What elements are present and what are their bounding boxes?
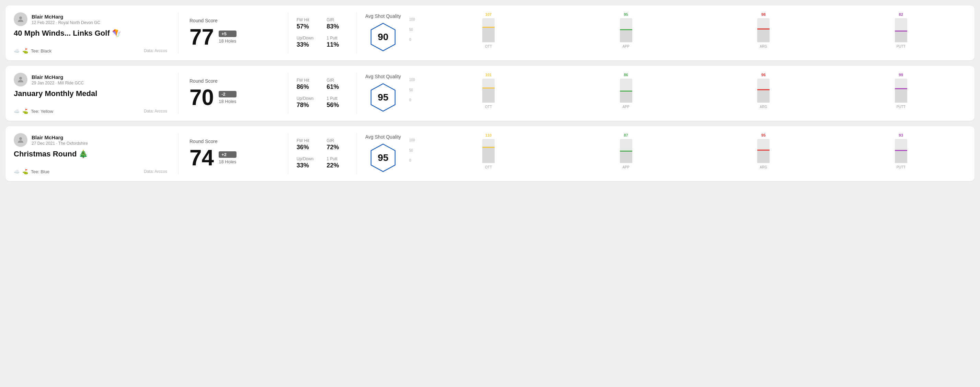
oneputt-value-2: 56% [327, 102, 349, 109]
bar-fill [757, 89, 770, 103]
avatar-1 [14, 12, 27, 26]
player-name-3: Blair McHarg [32, 135, 88, 140]
stat-group-top-1: FW Hit 57% GIR 83% [297, 17, 348, 30]
stat-group-top-2: FW Hit 86% GIR 61% [297, 78, 348, 90]
card-middle-1: Round Score 77 +5 18 Holes [178, 12, 288, 54]
y-axis-3: 100500 [409, 138, 416, 162]
bar-marker [482, 27, 495, 28]
oneputt-stat-1: 1 Putt 11% [327, 36, 349, 48]
round-title-3: Christmas Round 🎄 [14, 149, 167, 159]
updown-value-2: 78% [297, 102, 318, 109]
card-footer-1: ☁️ ⛳ Tee: Black Data: Arccos [14, 48, 167, 54]
oneputt-value-1: 11% [327, 41, 349, 48]
score-number-2: 70 [189, 86, 214, 108]
bar-x-label: PUTT [897, 105, 905, 109]
score-details-2: -2 18 Holes [219, 91, 236, 104]
tee-info-3: ☁️ ⛳ Tee: Blue [14, 169, 49, 174]
round-card-1[interactable]: Blair McHarg 12 Feb 2022 · Royal North D… [5, 5, 975, 60]
bar-x-label: OTT [485, 105, 492, 109]
bar-marker [757, 89, 770, 90]
weather-icon-3: ☁️ [14, 169, 19, 174]
y-axis-label: 0 [409, 159, 415, 162]
oneputt-stat-3: 1 Putt 22% [327, 157, 349, 169]
bar-wrapper [620, 79, 632, 103]
y-axis-1: 100500 [409, 17, 416, 41]
gir-value-1: 83% [327, 23, 349, 30]
avg-shot-section-3: Avg Shot Quality 95 [365, 134, 401, 173]
y-axis-label: 50 [409, 28, 415, 32]
player-date-course-2: 29 Jan 2022 · Mill Ride GCC [32, 81, 84, 86]
bar-fill [895, 88, 907, 103]
bar-top-label: 99 [899, 73, 903, 77]
avg-shot-section-2: Avg Shot Quality 95 [365, 74, 401, 113]
card-stats-3: FW Hit 36% GIR 72% Up/Down 33% 1 Putt 22… [288, 133, 357, 174]
bar-wrapper [757, 18, 770, 42]
card-right-2: Avg Shot Quality 95 100500101OTT86APP96A… [357, 73, 966, 114]
bar-fill [482, 87, 495, 103]
bar-marker [895, 30, 907, 32]
bar-marker [482, 147, 495, 148]
data-source-2: Data: Arccos [144, 109, 167, 114]
bar-col-4: 99PUTT [835, 73, 966, 109]
y-axis-label: 100 [409, 78, 415, 82]
bar-marker [895, 150, 907, 151]
stat-group-bot-3: Up/Down 33% 1 Putt 22% [297, 157, 348, 169]
score-number-1: 77 [189, 26, 214, 48]
bar-chart-1: 100500107OTT95APP98ARG82PUTT [409, 12, 966, 54]
svg-point-2 [19, 77, 22, 79]
bar-top-label: 110 [485, 133, 492, 137]
bar-marker [482, 87, 495, 89]
bar-x-label: PUTT [897, 165, 905, 169]
bar-wrapper [757, 79, 770, 103]
round-card-3[interactable]: Blair McHarg 27 Dec 2021 · The Oxfordshi… [5, 126, 975, 181]
player-date-course-1: 12 Feb 2022 · Royal North Devon GC [32, 20, 100, 25]
card-right-1: Avg Shot Quality 90 100500107OTT95APP98A… [357, 12, 966, 54]
holes-label-1: 18 Holes [219, 38, 236, 44]
round-card-2[interactable]: Blair McHarg 29 Jan 2022 · Mill Ride GCC… [5, 66, 975, 121]
bar-wrapper [895, 139, 907, 163]
bar-col-3: 95ARG [698, 133, 829, 169]
player-name-2: Blair McHarg [32, 74, 84, 80]
hex-score-1: 90 [378, 32, 388, 43]
avg-shot-label-2: Avg Shot Quality [365, 74, 401, 79]
fw-hit-value-1: 57% [297, 23, 318, 30]
updown-label-2: Up/Down [297, 96, 318, 101]
hexagon-2: 95 [368, 82, 399, 113]
weather-icon-2: ☁️ [14, 108, 19, 114]
holes-label-3: 18 Holes [219, 159, 236, 164]
avg-shot-section-1: Avg Shot Quality 90 [365, 13, 401, 52]
bag-icon-3: ⛳ [22, 169, 28, 174]
round-score-label-2: Round Score [189, 78, 277, 84]
svg-point-0 [19, 16, 22, 19]
stat-group-bot-1: Up/Down 33% 1 Putt 11% [297, 36, 348, 48]
bar-x-label: APP [623, 105, 630, 109]
y-axis-label: 100 [409, 138, 415, 142]
y-axis-label: 100 [409, 17, 415, 21]
gir-label-2: GIR [327, 78, 349, 82]
bar-wrapper [482, 18, 495, 42]
y-axis-label: 0 [409, 38, 415, 41]
bar-col-2: 95APP [560, 12, 691, 48]
bar-wrapper [620, 139, 632, 163]
bar-col-4: 93PUTT [835, 133, 966, 169]
bar-marker [620, 29, 632, 30]
bar-col-2: 86APP [560, 73, 691, 109]
bar-x-label: APP [623, 44, 630, 48]
tee-label-3: Tee: Blue [31, 169, 49, 174]
player-info-3: Blair McHarg 27 Dec 2021 · The Oxfordshi… [14, 133, 167, 147]
holes-label-2: 18 Holes [219, 99, 236, 104]
round-title-1: 40 Mph Winds... Links Golf 🪁 [14, 29, 167, 38]
card-left-3: Blair McHarg 27 Dec 2021 · The Oxfordshi… [14, 133, 178, 174]
bar-top-label: 82 [899, 12, 903, 16]
y-axis-label: 50 [409, 149, 415, 152]
player-date-course-3: 27 Dec 2021 · The Oxfordshire [32, 141, 88, 146]
avg-shot-label-1: Avg Shot Quality [365, 13, 401, 19]
fw-hit-label-1: FW Hit [297, 17, 318, 22]
hexagon-3: 95 [368, 143, 399, 173]
fw-hit-value-2: 86% [297, 83, 318, 90]
bag-icon-1: ⛳ [22, 48, 28, 54]
tee-label-1: Tee: Black [31, 48, 51, 54]
score-details-3: +2 18 Holes [219, 151, 236, 164]
score-number-3: 74 [189, 147, 214, 169]
bar-col-1: 110OTT [423, 133, 554, 169]
